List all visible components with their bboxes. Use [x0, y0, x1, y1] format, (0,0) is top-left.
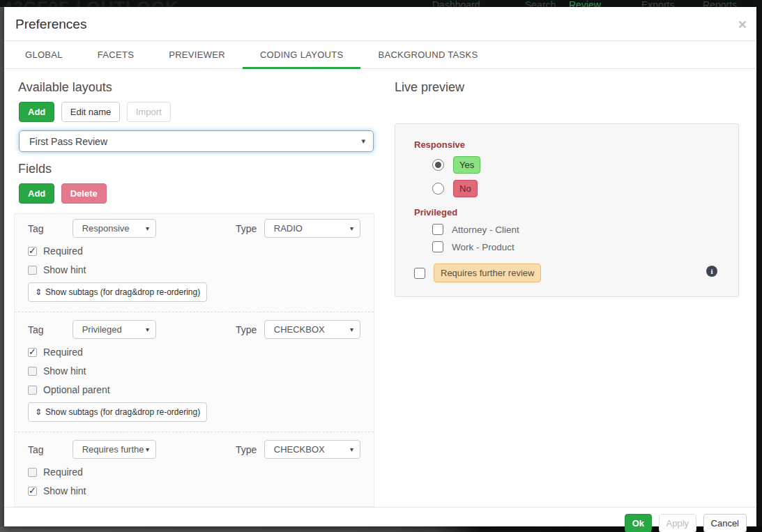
caret-down-icon: ▾	[146, 225, 149, 232]
nav-item-search[interactable]: Search	[525, 0, 556, 7]
preview-option-attorney-client: Attorney - Client	[432, 224, 719, 235]
checkbox[interactable]	[432, 224, 443, 235]
preferences-modal: Preferences × GLOBAL FACETS PREVIEWER CO…	[4, 7, 756, 526]
field-actions: Add Delete	[19, 183, 374, 204]
checkbox-icon: ✓	[28, 468, 37, 477]
checkbox-icon: ✓	[28, 386, 37, 395]
preferences-tabs: GLOBAL FACETS PREVIEWER CODING LAYOUTS B…	[4, 41, 756, 69]
yes-tag-pill[interactable]: Yes	[453, 156, 480, 174]
live-preview-column: Live preview Responsive Yes No Privilege…	[395, 77, 747, 507]
tab-previewer[interactable]: PREVIEWER	[151, 41, 243, 69]
field-group-privileged: Tag Privileged ▾ Type CHECKBOX ▾ ✓	[15, 312, 374, 432]
tab-coding-layouts[interactable]: CODING LAYOUTS	[243, 41, 361, 69]
checkbox-icon: ✓	[28, 247, 37, 256]
checkbox[interactable]	[432, 241, 443, 252]
add-layout-button[interactable]: Add	[19, 102, 54, 122]
preview-requires-further-review: Requires further review i	[414, 264, 719, 282]
tab-background-tasks[interactable]: BACKGROUND TASKS	[360, 41, 495, 69]
preview-option-work-product: Work - Product	[432, 241, 719, 252]
preview-responsive-label: Responsive	[414, 139, 719, 150]
optional-parent-checkbox[interactable]: ✓ Optional parent	[28, 384, 360, 395]
tag-label: Tag	[28, 223, 73, 234]
tag-label: Tag	[28, 324, 73, 335]
caret-down-icon: ▾	[146, 446, 149, 453]
radio-button[interactable]	[432, 159, 444, 171]
cancel-button[interactable]: Cancel	[703, 514, 747, 532]
fields-panel: Tag Responsive ▾ Type RADIO ▾ ✓ Re	[14, 213, 374, 507]
modal-header: Preferences ×	[4, 7, 756, 41]
show-subtags-button[interactable]: ⇕ Show subtags (for drag&drop re-orderin…	[28, 282, 207, 302]
caret-down-icon: ▾	[361, 137, 365, 146]
checkbox-icon: ✓	[28, 348, 37, 357]
checkbox-icon: ✓	[28, 367, 37, 376]
type-label: Type	[236, 223, 264, 234]
type-select[interactable]: CHECKBOX ▾	[264, 320, 360, 339]
checkbox-icon: ✓	[28, 487, 37, 496]
drag-reorder-icon: ⇕	[35, 407, 42, 417]
nav-item-exports[interactable]: Exports	[641, 0, 674, 7]
preview-option-no: No	[432, 180, 719, 197]
app-logo: 43CF0F / OUTLOOK	[3, 0, 178, 7]
requires-further-review-pill: Requires further review	[434, 264, 541, 282]
field-group-responsive: Tag Responsive ▾ Type RADIO ▾ ✓ Re	[15, 214, 374, 312]
drag-reorder-icon: ⇕	[35, 287, 42, 297]
fields-heading: Fields	[18, 162, 374, 176]
required-checkbox[interactable]: ✓ Required	[28, 347, 360, 358]
layout-select-value: First Pass Review	[20, 136, 107, 147]
show-hint-checkbox[interactable]: ✓ Show hint	[28, 485, 360, 496]
layout-select[interactable]: First Pass Review ▾	[19, 130, 374, 152]
nav-item-dashboard[interactable]: Dashboard	[432, 0, 480, 7]
required-checkbox[interactable]: ✓ Required	[28, 466, 360, 478]
tag-select[interactable]: Responsive ▾	[73, 219, 156, 238]
live-preview-heading: Live preview	[395, 80, 739, 95]
caret-down-icon: ▾	[350, 326, 353, 333]
show-hint-checkbox[interactable]: ✓ Show hint	[28, 264, 360, 275]
delete-field-button[interactable]: Delete	[61, 183, 107, 204]
ok-button[interactable]: Ok	[625, 514, 652, 532]
modal-title: Preferences	[15, 17, 745, 32]
show-subtags-button[interactable]: ⇕ Show subtags (for drag&drop re-orderin…	[28, 402, 207, 422]
field-group-requires-further: Tag Requires furthe ▾ Type CHECKBOX ▾ ✓	[15, 432, 374, 506]
modal-footer: Ok Apply Cancel	[4, 507, 756, 532]
tab-global[interactable]: GLOBAL	[8, 41, 80, 69]
show-hint-checkbox[interactable]: ✓ Show hint	[28, 365, 360, 377]
radio-button[interactable]	[432, 183, 444, 195]
nav-item-review[interactable]: Review	[569, 0, 601, 7]
preview-privileged-label: Privileged	[414, 207, 719, 218]
edit-name-button[interactable]: Edit name	[61, 102, 121, 122]
close-icon[interactable]: ×	[738, 17, 747, 31]
preview-option-yes: Yes	[432, 156, 719, 174]
apply-button[interactable]: Apply	[659, 514, 697, 532]
tag-label: Tag	[28, 444, 73, 455]
caret-down-icon: ▾	[350, 225, 353, 232]
tab-facets[interactable]: FACETS	[80, 41, 151, 69]
modal-body: Available layouts Add Edit name Import F…	[4, 69, 756, 507]
layout-actions: Add Edit name Import	[19, 102, 374, 122]
type-select[interactable]: RADIO ▾	[264, 219, 360, 238]
live-preview-panel: Responsive Yes No Privileged Attorney - …	[395, 123, 739, 297]
caret-down-icon: ▾	[146, 326, 149, 333]
type-select[interactable]: CHECKBOX ▾	[264, 440, 360, 459]
nav-item-reports[interactable]: Reports	[703, 0, 737, 7]
available-layouts-heading: Available layouts	[18, 80, 374, 95]
no-tag-pill[interactable]: No	[453, 180, 478, 197]
tag-select[interactable]: Privileged ▾	[73, 320, 156, 339]
type-label: Type	[236, 324, 264, 335]
import-button[interactable]: Import	[127, 102, 171, 122]
tag-select[interactable]: Requires furthe ▾	[73, 440, 156, 459]
info-icon: i	[706, 266, 717, 277]
checkbox[interactable]	[414, 268, 425, 279]
caret-down-icon: ▾	[350, 446, 353, 453]
checkbox-icon: ✓	[28, 266, 37, 275]
background-top-navbar: 43CF0F / OUTLOOK Dashboard Search Review…	[0, 0, 762, 7]
layouts-and-fields-column: Available layouts Add Edit name Import F…	[14, 77, 374, 507]
required-checkbox[interactable]: ✓ Required	[28, 245, 360, 257]
add-field-button[interactable]: Add	[19, 183, 54, 204]
type-label: Type	[236, 444, 264, 455]
